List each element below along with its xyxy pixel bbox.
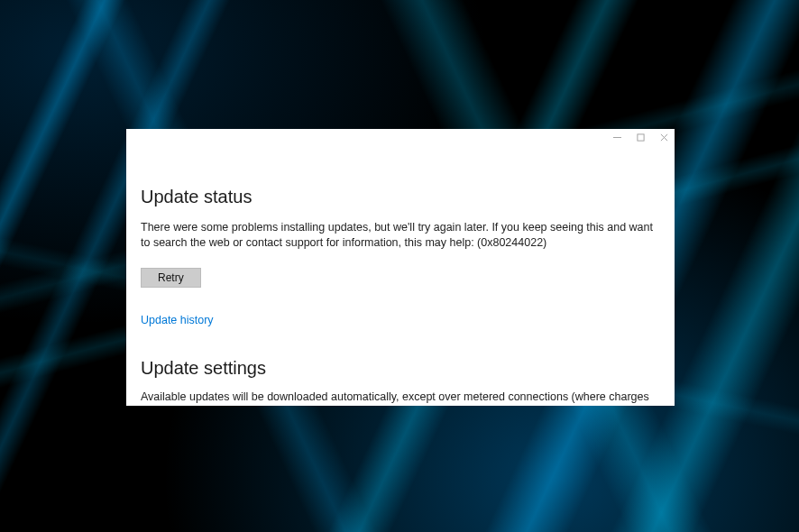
close-button[interactable] [658,132,669,142]
update-status-heading: Update status [141,187,660,207]
update-history-link[interactable]: Update history [141,314,214,326]
update-settings-heading: Update settings [141,358,660,379]
settings-window: Update status There were some problems i… [126,129,675,406]
retry-button[interactable]: Retry [141,268,201,288]
update-settings-description: Available updates will be downloaded aut… [141,390,660,407]
update-status-message: There were some problems installing upda… [141,220,660,252]
window-titlebar [126,129,675,145]
minimize-button[interactable] [611,132,622,142]
maximize-button[interactable] [635,132,646,142]
window-content: Update status There were some problems i… [126,187,675,406]
svg-rect-1 [637,133,643,140]
